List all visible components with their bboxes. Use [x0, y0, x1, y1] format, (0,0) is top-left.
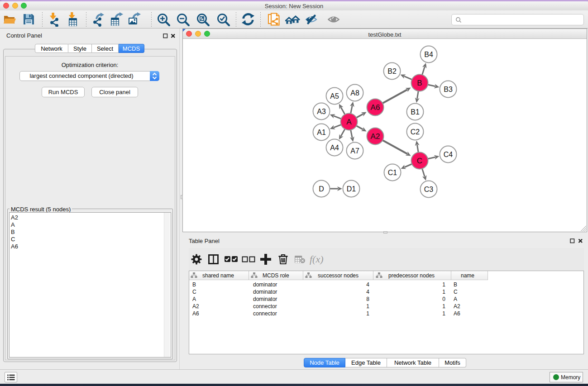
svg-text:A4: A4: [330, 144, 339, 152]
svg-text:D1: D1: [347, 185, 356, 193]
svg-text:C3: C3: [424, 186, 434, 193]
svg-text:A: A: [346, 118, 352, 126]
svg-text:C2: C2: [411, 128, 420, 136]
svg-text:A1: A1: [317, 129, 326, 136]
svg-text:B: B: [417, 79, 422, 87]
svg-text:B3: B3: [444, 86, 453, 93]
svg-text:C4: C4: [444, 151, 453, 158]
svg-text:B1: B1: [411, 108, 420, 116]
svg-text:A7: A7: [350, 147, 359, 155]
svg-text:B2: B2: [387, 67, 397, 75]
svg-text:A6: A6: [371, 103, 380, 112]
svg-text:A2: A2: [371, 132, 380, 141]
svg-text:C1: C1: [388, 169, 397, 176]
svg-text:D: D: [319, 185, 324, 193]
svg-text:C: C: [417, 157, 422, 165]
svg-text:A5: A5: [330, 92, 339, 100]
svg-text:A8: A8: [350, 89, 359, 97]
svg-text:A3: A3: [317, 108, 326, 115]
svg-text:B4: B4: [424, 51, 433, 58]
